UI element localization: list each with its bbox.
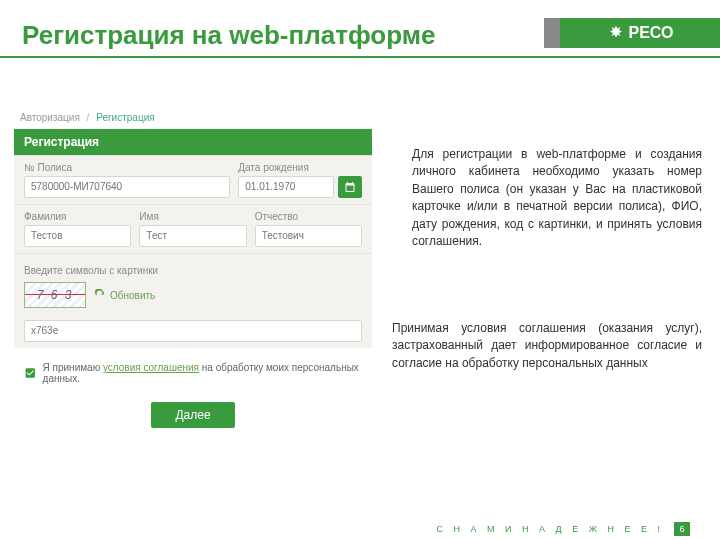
description-1: Для регистрации в web-платформе и создан… [412,146,702,250]
breadcrumb: Авторизация / Регистрация [14,108,372,127]
fname-input[interactable]: Тест [139,225,246,247]
refresh-label: Обновить [110,290,155,301]
mname-label: Отчество [255,211,362,222]
calendar-icon [344,181,356,193]
dob-input[interactable]: 01.01.1970 [238,176,334,198]
policy-label: № Полиса [24,162,230,173]
captcha-input[interactable]: x763e [24,320,362,342]
breadcrumb-reg: Регистрация [96,112,154,123]
captcha-label: Введите символы с картинки [24,265,158,276]
lname-label: Фамилия [24,211,131,222]
form-header: Регистрация [14,129,372,155]
logo-bar: РЕСО [560,18,720,48]
logo-text: РЕСО [629,24,674,42]
page-number: 6 [674,522,690,536]
logo-icon [607,24,625,42]
slide-footer: С Н А М И Н А Д Е Ж Н Е Е ! 6 [437,522,690,536]
accept-text: Я принимаю условия соглашения на обработ… [43,362,362,384]
tagline: С Н А М И Н А Д Е Ж Н Е Е ! [437,524,664,534]
terms-link[interactable]: условия соглашения [103,362,199,373]
captcha-image: 7 6 3 [24,282,86,308]
fname-label: Имя [139,211,246,222]
logo-divider [544,18,560,48]
breadcrumb-sep: / [87,112,90,123]
title-underline [0,56,720,58]
mname-input[interactable]: Тестович [255,225,362,247]
calendar-button[interactable] [338,176,362,198]
lname-input[interactable]: Тестов [24,225,131,247]
accept-row[interactable]: Я принимаю условия соглашения на обработ… [14,348,372,396]
refresh-icon [94,289,106,301]
policy-input[interactable]: 5780000-МИ707640 [24,176,230,198]
breadcrumb-auth[interactable]: Авторизация [20,112,80,123]
registration-form-screenshot: Авторизация / Регистрация Регистрация № … [14,108,372,430]
dob-label: Дата рождения [238,162,362,173]
page-title: Регистрация на web-платформе [22,20,435,51]
captcha-refresh[interactable]: Обновить [94,289,155,301]
submit-button[interactable]: Далее [151,402,234,428]
description-2: Принимая условия соглашения (оказания ус… [392,320,702,372]
checkbox-checked-icon [24,366,37,380]
